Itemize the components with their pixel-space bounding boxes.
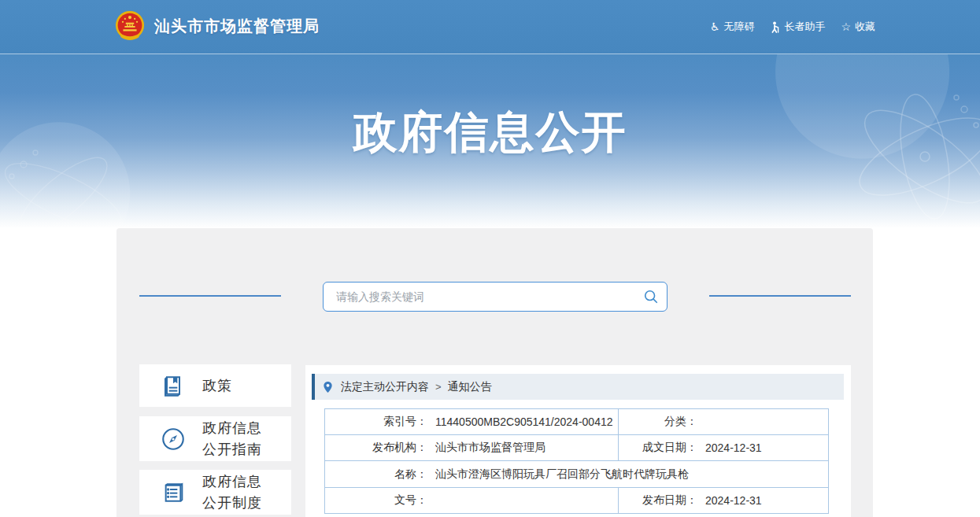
page-title: 政府信息公开: [0, 103, 980, 163]
notebook-icon: [160, 479, 187, 506]
sidebar-item-label: 政府信息公开指南: [202, 418, 268, 459]
search-decorative-line-left: [139, 295, 281, 297]
publisher-cell: 发布机构： 汕头市市场监督管理局: [325, 435, 618, 460]
index-cell: 索引号： 11440500MB2C905141/2024-00412: [325, 409, 618, 434]
name-cell: 名称： 汕头市澄海区博阳玩具厂召回部分飞航时代牌玩具枪: [325, 461, 828, 487]
breadcrumb-item-notices[interactable]: 通知公告: [448, 380, 492, 394]
sidebar-item-disclosure-system[interactable]: 政府信息公开制度: [139, 470, 291, 515]
doc-number-label: 文号：: [325, 493, 427, 508]
national-emblem-icon: [115, 10, 145, 42]
top-header-bar: 汕头市市场监督管理局 ♿ 无障碍 长者助手 ☆ 收藏: [0, 0, 980, 54]
search-box: [323, 282, 668, 312]
article-card: 法定主动公开内容 > 通知公告 索引号： 11440500MB2C905141/…: [305, 365, 851, 517]
name-value: 汕头市澄海区博阳玩具厂召回部分飞航时代牌玩具枪: [435, 467, 689, 482]
search-decorative-line-right: [709, 295, 851, 297]
name-label: 名称：: [325, 467, 427, 482]
breadcrumb-separator: >: [435, 381, 442, 393]
sidebar-item-disclosure-guide[interactable]: 政府信息公开指南: [139, 416, 291, 461]
page-banner: 政府信息公开: [0, 54, 980, 228]
document-meta-table: 索引号： 11440500MB2C905141/2024-00412 分类： 发…: [324, 408, 829, 514]
site-title: 汕头市市场监督管理局: [154, 16, 320, 37]
policy-book-icon: [160, 372, 187, 399]
publish-date-label: 发布日期：: [619, 493, 697, 508]
search-icon: [643, 289, 659, 305]
sidebar-item-policy[interactable]: 政策: [139, 364, 291, 407]
write-date-label: 成文日期：: [619, 441, 697, 455]
page: 汕头市市场监督管理局 ♿ 无障碍 长者助手 ☆ 收藏: [0, 0, 980, 517]
doc-number-cell: 文号：: [325, 488, 618, 513]
publisher-label: 发布机构：: [325, 441, 427, 455]
breadcrumb-item-legal-disclosure[interactable]: 法定主动公开内容: [341, 380, 429, 394]
accessibility-icon: ♿: [710, 21, 720, 32]
site-logo-link[interactable]: 汕头市市场监督管理局: [115, 10, 320, 42]
sidebar-item-label: 政府信息公开制度: [202, 471, 268, 512]
table-row-doc-number: 文号： 发布日期： 2024-12-31: [325, 487, 828, 513]
accessibility-label: 无障碍: [723, 20, 754, 34]
category-cell: 分类：: [618, 409, 828, 434]
elder-helper-link[interactable]: 长者助手: [770, 20, 825, 34]
publisher-value: 汕头市市场监督管理局: [435, 441, 545, 455]
favorite-label: 收藏: [855, 20, 875, 34]
table-row-name: 名称： 汕头市澄海区博阳玩具厂召回部分飞航时代牌玩具枪: [325, 460, 828, 487]
elder-helper-label: 长者助手: [784, 20, 825, 34]
accessibility-link[interactable]: ♿ 无障碍: [710, 20, 755, 34]
write-date-value: 2024-12-31: [705, 441, 762, 454]
search-input[interactable]: [335, 290, 635, 304]
header-utility-links: ♿ 无障碍 长者助手 ☆ 收藏: [710, 0, 875, 54]
index-label: 索引号：: [325, 415, 427, 429]
favorite-link[interactable]: ☆ 收藏: [841, 20, 875, 34]
table-row-index: 索引号： 11440500MB2C905141/2024-00412 分类：: [325, 409, 828, 434]
table-row-publisher: 发布机构： 汕头市市场监督管理局 成文日期： 2024-12-31: [325, 434, 828, 460]
breadcrumb: 法定主动公开内容 > 通知公告: [312, 374, 844, 400]
star-icon: ☆: [841, 21, 851, 32]
index-value: 11440500MB2C905141/2024-00412: [435, 415, 613, 428]
breadcrumb-accent-stripe: [312, 374, 315, 400]
search-button[interactable]: [635, 283, 667, 311]
sidebar-item-label: 政策: [202, 375, 268, 396]
write-date-cell: 成文日期： 2024-12-31: [618, 435, 828, 460]
publish-date-value: 2024-12-31: [705, 494, 762, 507]
publish-date-cell: 发布日期： 2024-12-31: [618, 488, 828, 513]
elder-helper-icon: [770, 21, 780, 33]
category-label: 分类：: [619, 415, 697, 429]
location-pin-icon: [323, 381, 333, 393]
compass-icon: [160, 426, 187, 452]
